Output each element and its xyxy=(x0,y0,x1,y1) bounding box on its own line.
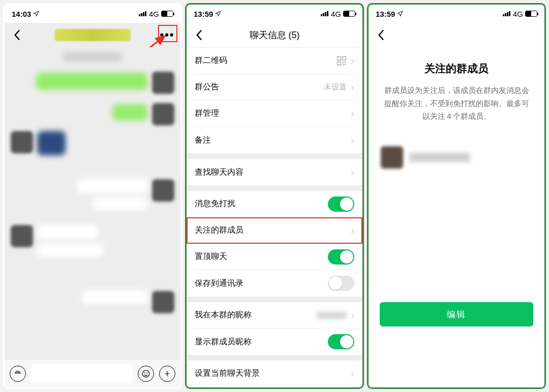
row-label: 显示群成员昵称 xyxy=(195,337,252,347)
edit-button[interactable]: 编辑 xyxy=(380,302,533,326)
svg-rect-8 xyxy=(345,61,346,63)
nav-header xyxy=(369,23,544,47)
settings-list: 群二维码 › 群公告 未设置 › 群管理 xyxy=(187,47,362,387)
row-remark[interactable]: 备注 › xyxy=(187,127,362,153)
page-title: 聊天信息 (5) xyxy=(187,29,362,41)
svg-rect-6 xyxy=(338,61,341,65)
row-save-contacts[interactable]: 保存到通讯录 xyxy=(187,270,362,297)
row-value: 未设置 xyxy=(324,82,347,92)
row-label: 关注的群成员 xyxy=(195,225,243,236)
row-mute[interactable]: 消息免打扰 xyxy=(187,191,362,217)
status-bar: 13:59 4G xyxy=(187,5,362,23)
network-label: 4G xyxy=(149,10,159,18)
screen-3-watched-members: 13:59 4G 关注的群成员 群成员设为关注后，该成员在群内发消息会提醒你关注… xyxy=(367,3,546,389)
screen-2-chat-info: 13:59 4G 聊天信息 (5) 群二维码 xyxy=(185,3,364,389)
plus-button[interactable] xyxy=(159,366,175,382)
row-show-nickname[interactable]: 显示群成员昵称 xyxy=(187,329,362,355)
page-description: 群成员设为关注后，该成员在群内发消息会提醒你关注，不受到免打扰的影响。最多可以关… xyxy=(381,84,532,123)
battery-icon xyxy=(343,11,355,17)
toggle-pin[interactable] xyxy=(328,249,354,265)
voice-button[interactable] xyxy=(10,366,26,382)
battery-icon xyxy=(161,11,173,17)
row-group-manage[interactable]: 群管理 › xyxy=(187,101,362,127)
more-button[interactable]: ••• xyxy=(160,28,174,42)
row-group-notice[interactable]: 群公告 未设置 › xyxy=(187,74,362,101)
row-label: 群管理 xyxy=(195,108,219,119)
row-label: 设置当前聊天背景 xyxy=(195,368,260,379)
qrcode-icon xyxy=(337,56,347,66)
row-label: 消息免打扰 xyxy=(195,199,235,209)
signal-icon xyxy=(503,11,511,16)
chat-title-blurred xyxy=(54,29,131,41)
chat-input-bar xyxy=(5,359,180,387)
row-pin[interactable]: 置顶聊天 xyxy=(187,244,362,270)
chevron-icon: › xyxy=(351,167,354,178)
svg-point-1 xyxy=(142,370,149,377)
row-chat-background[interactable]: 设置当前聊天背景 › xyxy=(187,361,362,387)
member-name-blurred xyxy=(409,153,470,162)
status-time: 13:59 xyxy=(194,10,213,18)
chevron-icon: › xyxy=(351,309,354,321)
toggle-mute[interactable] xyxy=(328,197,354,212)
screen-1-chat: 14:03 4G ••• xyxy=(3,3,182,389)
network-label: 4G xyxy=(513,10,523,18)
row-label: 备注 xyxy=(195,135,211,146)
chevron-icon: › xyxy=(351,81,354,93)
signal-icon xyxy=(321,11,329,16)
location-icon xyxy=(397,10,403,18)
chevron-icon: › xyxy=(351,387,354,388)
chat-header: ••• xyxy=(5,23,180,47)
location-icon xyxy=(215,10,221,18)
svg-rect-5 xyxy=(343,56,346,60)
nickname-value-blurred xyxy=(316,312,347,319)
page-title: 关注的群成员 xyxy=(381,61,532,76)
row-group-qrcode[interactable]: 群二维码 › xyxy=(187,48,362,74)
chat-body xyxy=(5,47,180,359)
back-button[interactable] xyxy=(11,29,23,41)
svg-rect-4 xyxy=(338,56,341,60)
svg-point-2 xyxy=(144,372,145,373)
svg-rect-7 xyxy=(343,61,344,63)
chevron-icon: › xyxy=(351,108,354,119)
message-input[interactable] xyxy=(31,364,133,383)
svg-point-3 xyxy=(146,372,147,373)
chevron-icon: › xyxy=(351,55,354,67)
toggle-show-nickname[interactable] xyxy=(328,334,354,349)
row-cut-off[interactable]: › xyxy=(187,387,362,387)
row-label: 保存到通讯录 xyxy=(195,278,243,289)
status-bar: 14:03 4G xyxy=(5,5,180,23)
status-time: 13:59 xyxy=(376,10,395,18)
battery-icon xyxy=(525,11,537,17)
nav-header: 聊天信息 (5) xyxy=(187,23,362,47)
row-label: 我在本群的昵称 xyxy=(195,310,252,320)
svg-rect-9 xyxy=(343,63,344,65)
row-watched-members[interactable]: 关注的群成员 › xyxy=(187,217,362,244)
row-label: 群公告 xyxy=(195,82,219,92)
chevron-icon: › xyxy=(351,224,354,236)
row-label: 置顶聊天 xyxy=(195,251,227,262)
member-item[interactable] xyxy=(381,146,532,169)
status-time: 14:03 xyxy=(12,10,31,18)
row-search-chat[interactable]: 查找聊天内容 › xyxy=(187,159,362,185)
location-icon xyxy=(33,10,39,18)
row-my-nickname[interactable]: 我在本群的昵称 › xyxy=(187,302,362,329)
chevron-icon: › xyxy=(351,368,354,379)
watched-members-panel: 关注的群成员 群成员设为关注后，该成员在群内发消息会提醒你关注，不受到免打扰的影… xyxy=(369,47,544,387)
row-label: 查找聊天内容 xyxy=(195,167,243,178)
avatar xyxy=(381,146,403,169)
chevron-icon: › xyxy=(351,135,354,146)
back-button[interactable] xyxy=(375,29,387,41)
back-button[interactable] xyxy=(193,29,205,41)
svg-rect-10 xyxy=(345,63,346,65)
toggle-save[interactable] xyxy=(328,276,354,291)
network-label: 4G xyxy=(331,10,341,18)
row-label: 群二维码 xyxy=(195,55,227,66)
status-bar: 13:59 4G xyxy=(369,5,544,23)
emoji-button[interactable] xyxy=(138,366,154,382)
signal-icon xyxy=(139,11,147,16)
